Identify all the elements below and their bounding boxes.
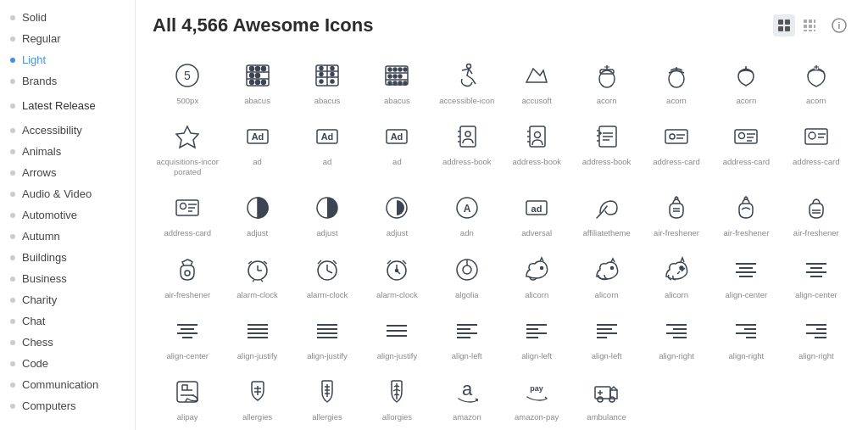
sidebar-item-latest-release[interactable]: Latest Release [0,95,135,116]
icon-cell-alarm-clock-3[interactable]: alarm-clock [362,245,431,306]
icon-cell-500px[interactable]: 5 500px [153,51,222,112]
icon-cell-accusoft[interactable]: accusoft [502,51,571,112]
dot-icon [10,128,15,133]
icon-cell-align-right-3[interactable]: align-right [782,306,851,367]
icon-cell-align-left-1[interactable]: align-left [432,306,502,367]
categories-group: Accessibility Animals Arrows Audio & Vid… [0,120,135,416]
icon-cell-air-freshener-1[interactable]: air-freshener [642,183,711,244]
icon-cell-align-center-3[interactable]: align-center [153,306,222,367]
icon-cell-alicorn-2[interactable]: alicorn [571,245,641,306]
icon-cell-amazon[interactable]: a amazon [432,367,502,428]
icon-cell-alicorn-1[interactable]: alicorn [502,245,571,306]
icon-cell-address-card-3[interactable]: address-card [782,112,851,183]
sidebar-item-autumn[interactable]: Autumn [0,226,135,247]
icon-cell-acorn-3[interactable]: acorn [711,51,781,112]
icon-cell-address-book-3[interactable]: address-book [571,112,641,183]
sidebar-item-buildings[interactable]: Buildings [0,247,135,268]
icon-cell-alarm-clock-2[interactable]: alarm-clock [292,245,362,306]
sidebar-item-business[interactable]: Business [0,268,135,289]
icon-cell-align-right-2[interactable]: align-right [711,306,781,367]
svg-rect-6 [814,20,815,23]
icon-cell-alicorn-3[interactable]: alicorn [642,245,711,306]
sidebar-item-light[interactable]: Light [0,49,135,70]
sidebar-item-chess[interactable]: Chess [0,332,135,353]
header-actions: i [773,14,851,37]
icon-cell-align-left-2[interactable]: align-left [502,306,571,367]
icon-cell-ad-1[interactable]: Ad ad [222,112,292,183]
svg-rect-2 [778,26,783,31]
icon-cell-alipay[interactable]: alipay [153,367,222,428]
sidebar-item-animals[interactable]: Animals [0,141,135,162]
sidebar-item-automotive[interactable]: Automotive [0,204,135,226]
icon-cell-address-book-1[interactable]: address-book [432,112,502,183]
svg-point-57 [669,70,684,87]
icon-cell-adversal[interactable]: ad adversal [502,183,571,244]
sidebar-item-code[interactable]: Code [0,353,135,374]
svg-point-32 [320,67,323,70]
icon-cell-affiliatetheme[interactable]: affiliatetheme [571,183,641,244]
icon-cell-align-justify-3[interactable]: align-justify [362,306,431,367]
icon-cell-acorn-4[interactable]: acorn [782,51,851,112]
svg-rect-3 [785,26,790,31]
icon-cell-adjust-1[interactable]: adjust [222,183,292,244]
icon-cell-adjust-3[interactable]: adjust [362,183,431,244]
svg-point-204 [598,397,603,402]
svg-text:Ad: Ad [251,131,264,142]
icon-cell-ad-3[interactable]: Ad ad [362,112,431,183]
icon-cell-align-right-1[interactable]: align-right [642,306,711,367]
icon-cell-acorn-1[interactable]: acorn [571,51,641,112]
icon-cell-abacus-2[interactable]: abacus [292,51,362,112]
sidebar-item-computers[interactable]: Computers [0,395,135,416]
dot-icon [10,276,15,282]
icon-cell-align-justify-1[interactable]: align-justify [222,306,292,367]
icon-cell-align-justify-2[interactable]: align-justify [292,306,362,367]
icon-cell-amazon-pay[interactable]: pay amazon-pay [502,367,571,428]
dot-icon [10,340,15,345]
sidebar-item-regular[interactable]: Regular [0,28,135,49]
grid-view-button[interactable] [773,14,795,36]
icon-cell-allergies-1[interactable]: allergies [222,367,292,428]
icon-cell-address-card-4[interactable]: address-card [153,183,222,244]
sidebar-item-charity[interactable]: Charity [0,289,135,310]
svg-point-51 [403,81,407,85]
sidebar-item-accessibility[interactable]: Accessibility [0,120,135,141]
icon-cell-air-freshener-2[interactable]: air-freshener [711,183,781,244]
icon-address-card-4 [171,192,203,224]
icon-cell-abacus-1[interactable]: abacus [222,51,292,112]
icon-cell-algolia[interactable]: algolia [432,245,502,306]
icon-cell-address-book-2[interactable]: address-book [502,112,571,183]
svg-rect-11 [809,30,812,31]
icon-cell-abacus-3[interactable]: abacus [362,51,431,112]
icon-cell-align-center-2[interactable]: align-center [782,245,851,306]
sidebar-item-chat[interactable]: Chat [0,310,135,332]
page-title: All 4,566 Awesome Icons [153,14,373,36]
icon-cell-acorn-2[interactable]: acorn [642,51,711,112]
sidebar-item-brands[interactable]: Brands [0,70,135,92]
icon-address-card-1 [660,120,693,153]
info-button[interactable]: i [827,14,851,37]
svg-text:5: 5 [184,69,191,82]
icon-cell-address-card-2[interactable]: address-card [711,112,781,183]
svg-line-202 [545,397,547,399]
icon-cell-alarm-clock-1[interactable]: alarm-clock [222,245,292,306]
icon-cell-ambulance[interactable]: ambulance [571,367,641,428]
icon-cell-address-card-1[interactable]: address-card [642,112,711,183]
icon-cell-acquisitions[interactable]: acquisitions-incorporated [153,112,222,183]
icon-cell-adn[interactable]: A adn [432,183,502,244]
icon-cell-align-center-1[interactable]: align-center [711,245,781,306]
icon-cell-ad-2[interactable]: Ad ad [292,112,362,183]
sidebar-item-communication[interactable]: Communication [0,374,135,395]
sidebar-item-arrows[interactable]: Arrows [0,162,135,183]
icon-cell-air-freshener-3[interactable]: air-freshener [782,183,851,244]
icon-cell-align-left-3[interactable]: align-left [571,306,641,367]
sidebar-item-solid[interactable]: Solid [0,7,135,28]
icon-cell-allergies-3[interactable]: allorgies [362,367,431,428]
icon-cell-air-freshener-4[interactable]: air-freshener [153,245,222,306]
list-view-button[interactable] [798,14,821,36]
sidebar-item-audio-video[interactable]: Audio & Video [0,183,135,204]
svg-text:A: A [463,203,470,215]
icon-align-center-2 [800,254,832,286]
icon-cell-allergies-2[interactable]: allergies [292,367,362,428]
icon-cell-accessible[interactable]: accessible-icon [432,51,502,112]
icon-cell-adjust-2[interactable]: adjust [292,183,362,244]
